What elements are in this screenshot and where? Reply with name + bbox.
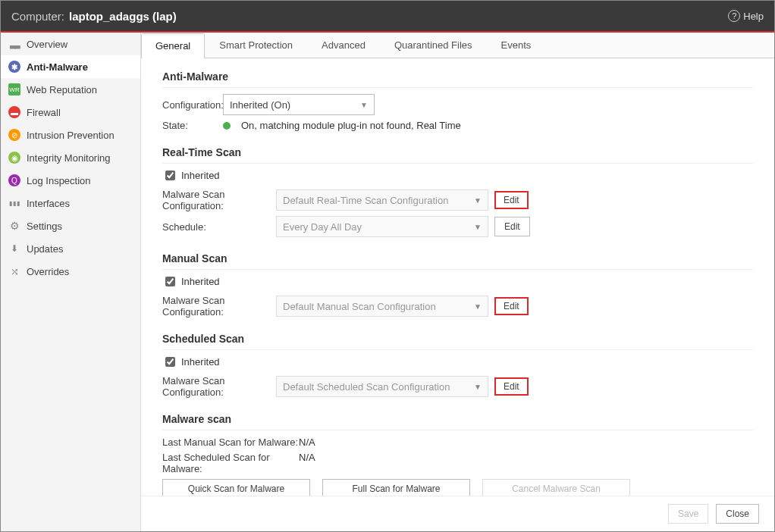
sidebar-item-label: Interfaces bbox=[27, 198, 70, 209]
sidebar-item-label: Anti-Malware bbox=[27, 61, 88, 73]
sidebar-item-overview[interactable]: Overview bbox=[1, 33, 140, 55]
sidebar-item-label: Updates bbox=[27, 243, 63, 255]
sidebar-item-webreputation[interactable]: WRWeb Reputation bbox=[1, 78, 140, 101]
quick-scan-button[interactable]: Quick Scan for Malware bbox=[162, 479, 310, 496]
last-manual-value: N/A bbox=[299, 437, 315, 448]
scheduled-scanconfig-label: Malware Scan Configuration: bbox=[162, 375, 276, 398]
config-label: Configuration: bbox=[162, 99, 223, 111]
tab-bar: General Smart Protection Advanced Quaran… bbox=[141, 33, 774, 58]
sidebar-item-settings[interactable]: Settings bbox=[1, 214, 140, 237]
tab-events[interactable]: Events bbox=[487, 33, 546, 58]
tab-advanced[interactable]: Advanced bbox=[307, 33, 380, 58]
sidebar-item-label: Overrides bbox=[27, 266, 69, 277]
intrusion-icon: ⊘ bbox=[8, 129, 20, 141]
section-malware-scan: Malware scan bbox=[162, 408, 753, 430]
sidebar-item-overrides[interactable]: Overrides bbox=[1, 260, 140, 283]
sidebar-item-label: Firewall bbox=[27, 107, 61, 118]
realtime-inherited-label: Inherited bbox=[181, 170, 220, 181]
sidebar-item-label: Intrusion Prevention bbox=[27, 130, 115, 141]
realtime-schedule-value: Every Day All Day bbox=[283, 221, 362, 233]
firewall-icon: ▬ bbox=[8, 106, 20, 118]
interfaces-icon bbox=[8, 197, 20, 209]
scheduled-scanconfig-select: Default Scheduled Scan Configuration ▼ bbox=[276, 376, 488, 397]
scheduled-inherited-checkbox[interactable] bbox=[165, 357, 175, 367]
sidebar-item-label: Web Reputation bbox=[27, 84, 97, 95]
loginspection-icon: Q bbox=[8, 174, 20, 186]
full-scan-button[interactable]: Full Scan for Malware bbox=[322, 479, 470, 496]
sidebar-item-antimalware[interactable]: ✱Anti-Malware bbox=[1, 55, 140, 78]
chevron-down-icon: ▼ bbox=[474, 302, 482, 311]
sidebar-item-label: Log Inspection bbox=[27, 175, 91, 186]
chevron-down-icon: ▼ bbox=[474, 223, 482, 231]
section-antimalware: Anti-Malware bbox=[162, 66, 753, 88]
scheduled-scanconfig-value: Default Scheduled Scan Configuration bbox=[283, 381, 450, 393]
last-scheduled-label: Last Scheduled Scan for Malware: bbox=[162, 452, 299, 474]
manual-inherited-label: Inherited bbox=[181, 276, 220, 287]
sidebar-item-integrity[interactable]: ◉Integrity Monitoring bbox=[1, 146, 140, 169]
last-scheduled-value: N/A bbox=[299, 452, 315, 474]
close-button[interactable]: Close bbox=[716, 504, 759, 524]
tab-general[interactable]: General bbox=[141, 33, 205, 58]
tab-quarantined[interactable]: Quarantined Files bbox=[380, 33, 487, 58]
sidebar-item-label: Overview bbox=[27, 39, 67, 50]
header-title-name: laptop_adaggs (lap) bbox=[69, 10, 177, 23]
sidebar-item-label: Integrity Monitoring bbox=[27, 152, 111, 164]
realtime-inherited-checkbox[interactable] bbox=[165, 171, 175, 180]
sidebar-item-interfaces[interactable]: Interfaces bbox=[1, 192, 140, 214]
tab-smart-protection[interactable]: Smart Protection bbox=[205, 33, 307, 58]
chevron-down-icon: ▼ bbox=[474, 383, 482, 391]
sidebar-item-intrusion[interactable]: ⊘Intrusion Prevention bbox=[1, 124, 140, 146]
sidebar-item-loginspection[interactable]: QLog Inspection bbox=[1, 169, 140, 192]
help-link[interactable]: ? Help bbox=[728, 10, 764, 22]
section-scheduled-scan: Scheduled Scan bbox=[162, 328, 753, 350]
footer-bar: Save Close bbox=[141, 496, 774, 531]
integrity-icon: ◉ bbox=[8, 152, 20, 164]
last-manual-label: Last Manual Scan for Malware: bbox=[162, 437, 299, 448]
manual-scanconfig-select: Default Manual Scan Configuration ▼ bbox=[276, 296, 488, 317]
schedule-edit-button[interactable]: Edit bbox=[494, 217, 530, 236]
configuration-value: Inherited (On) bbox=[230, 99, 290, 111]
realtime-schedule-label: Schedule: bbox=[162, 221, 276, 233]
help-icon: ? bbox=[728, 10, 740, 22]
configuration-select[interactable]: Inherited (On) ▼ bbox=[223, 94, 375, 115]
window-header: Computer: laptop_adaggs (lap) ? Help bbox=[1, 1, 774, 31]
sidebar-item-label: Settings bbox=[27, 221, 62, 232]
overrides-icon bbox=[8, 265, 20, 277]
realtime-scanconfig-label: Malware Scan Configuration: bbox=[162, 189, 276, 211]
sidebar: Overview ✱Anti-Malware WRWeb Reputation … bbox=[1, 33, 141, 531]
header-title-prefix: Computer: bbox=[11, 10, 64, 23]
scheduled-edit-button[interactable]: Edit bbox=[494, 377, 529, 396]
section-manual-scan: Manual Scan bbox=[162, 248, 753, 270]
sidebar-item-updates[interactable]: Updates bbox=[1, 237, 140, 260]
realtime-scanconfig-value: Default Real-Time Scan Configuration bbox=[283, 195, 448, 206]
help-label: Help bbox=[743, 11, 764, 22]
chevron-down-icon: ▼ bbox=[474, 196, 482, 205]
status-indicator bbox=[223, 122, 231, 130]
overview-icon bbox=[8, 38, 20, 50]
chevron-down-icon: ▼ bbox=[360, 101, 368, 109]
sidebar-item-firewall[interactable]: ▬Firewall bbox=[1, 101, 140, 124]
content-area: Anti-Malware Configuration: Inherited (O… bbox=[141, 58, 774, 496]
save-button: Save bbox=[668, 504, 708, 524]
manual-scanconfig-value: Default Manual Scan Configuration bbox=[283, 301, 436, 312]
updates-icon bbox=[8, 243, 20, 255]
manual-inherited-checkbox[interactable] bbox=[165, 277, 175, 286]
manual-edit-button[interactable]: Edit bbox=[494, 297, 529, 315]
realtime-schedule-select: Every Day All Day ▼ bbox=[276, 216, 488, 237]
section-realtime-scan: Real-Time Scan bbox=[162, 142, 753, 164]
webreputation-icon: WR bbox=[8, 83, 20, 95]
realtime-edit-button[interactable]: Edit bbox=[494, 191, 529, 209]
scheduled-inherited-label: Inherited bbox=[181, 356, 220, 368]
realtime-scanconfig-select: Default Real-Time Scan Configuration ▼ bbox=[276, 189, 488, 211]
antimalware-icon: ✱ bbox=[8, 61, 20, 73]
cancel-scan-button: Cancel Malware Scan bbox=[482, 479, 630, 496]
state-value: On, matching module plug-in not found, R… bbox=[241, 120, 461, 131]
manual-scanconfig-label: Malware Scan Configuration: bbox=[162, 295, 276, 318]
state-label: State: bbox=[162, 120, 223, 131]
settings-icon bbox=[8, 220, 20, 232]
